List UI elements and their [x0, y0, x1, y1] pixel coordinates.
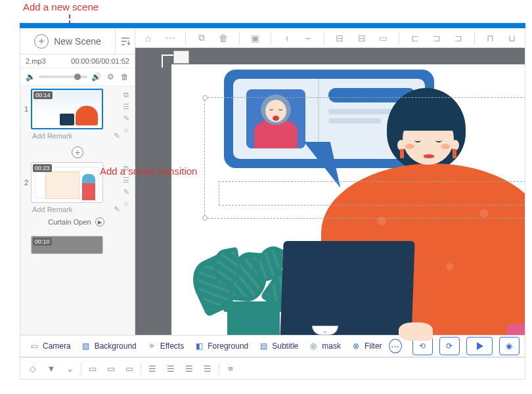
scene-duration: 00:14	[33, 91, 53, 99]
ruler-origin-marker	[173, 51, 189, 64]
bottom-toolbar-main: ▭Camera ▨Background ✧Effects ◧Foreground…	[20, 335, 525, 357]
canvas-area: ⌂ ⋯ ⧉ 🗑 ▣ ⫞ ⫟ ⊟ ⊟ ▭ ⊏ ⊐ ⊐ ⊓ ⊔	[135, 28, 525, 354]
new-scene-button[interactable]: + New Scene	[20, 28, 115, 54]
new-scene-row: + New Scene	[20, 28, 135, 55]
add-transition-button[interactable]: +	[72, 146, 83, 158]
scene-action-icons: ⧉ ☰ ✎ ☆	[122, 89, 133, 135]
scene-list: 1 00:14 Add Remark ✎ ⧉ ☰ ✎ ☆	[20, 86, 135, 336]
record-button[interactable]: ◉	[499, 337, 520, 355]
play-button[interactable]	[466, 337, 493, 355]
scene-row: 1 00:14 Add Remark ✎ ⧉ ☰ ✎ ☆	[20, 86, 135, 145]
timeline-tool-icon[interactable]: ▭	[104, 361, 118, 376]
scene-remark[interactable]: Add Remark	[32, 206, 72, 213]
stage[interactable]	[171, 64, 525, 347]
audio-info-row: 2.mp3 00:00:06/00:01:52	[20, 55, 135, 68]
audio-filename: 2.mp3	[26, 57, 46, 65]
timeline-tool-icon[interactable]: ▭	[122, 361, 137, 376]
volume-slider[interactable]	[39, 76, 87, 78]
scene-comment-icon[interactable]: ✎	[122, 114, 131, 123]
align-left-icon[interactable]: ⊏	[409, 32, 421, 45]
edit-remark-icon[interactable]: ✎	[114, 205, 120, 214]
scene-copy-icon[interactable]: ⧉	[122, 90, 131, 99]
timeline-tool-icon[interactable]: ☰	[164, 361, 178, 376]
volume-down-icon[interactable]: 🔉	[24, 71, 36, 83]
canvas-top-toolbar: ⌂ ⋯ ⧉ 🗑 ▣ ⫞ ⫟ ⊟ ⊟ ▭ ⊏ ⊐ ⊐ ⊓ ⊔	[135, 28, 525, 48]
scene-thumbnail[interactable]: 00:10	[31, 236, 103, 254]
timeline-tool-icon[interactable]: ▭	[85, 361, 100, 376]
align-vertical-icon[interactable]: ⫟	[302, 32, 315, 45]
scene-comment-icon[interactable]: ✎	[122, 187, 131, 196]
funnel-icon[interactable]: ▼	[44, 361, 58, 376]
scenes-sidebar: + New Scene 2.mp3 00:00:06/00:01:52 🔉 🔊 …	[20, 28, 135, 354]
new-scene-label: New Scene	[54, 36, 101, 47]
bottom-toolbar-secondary: ◇ ▼ ⌄ ▭ ▭ ▭ ☰ ☰ ☰ ☰ ≡	[20, 357, 525, 380]
effects-button[interactable]: ✧Effects	[143, 340, 187, 352]
scene-star-icon[interactable]: ☆	[122, 199, 131, 208]
dropdown-icon[interactable]: ⌄	[62, 361, 77, 376]
laptop-screen	[280, 241, 414, 339]
scene-remark[interactable]: Add Remark	[32, 132, 72, 140]
audio-time: 00:00:06/00:01:52	[71, 57, 129, 65]
main-area: + New Scene 2.mp3 00:00:06/00:01:52 🔉 🔊 …	[20, 28, 525, 355]
scene-duration: 00:23	[33, 164, 52, 172]
distribute-h-icon[interactable]: ⊟	[334, 32, 346, 45]
diamond-icon[interactable]: ◇	[26, 361, 40, 376]
selection-handle[interactable]	[202, 95, 208, 100]
plus-icon: +	[34, 34, 49, 49]
align-middle-icon[interactable]: ⊔	[506, 32, 518, 45]
scene-copy-icon[interactable]: ⧉	[122, 164, 131, 173]
scene-thumbnail[interactable]: 00:23	[31, 162, 103, 203]
audio-delete-icon[interactable]: 🗑	[119, 71, 131, 83]
scene-layers-icon[interactable]: ☰	[122, 175, 131, 185]
arrange-icon[interactable]: ▭	[377, 32, 389, 45]
scene-number	[22, 236, 31, 252]
subtitle-button[interactable]: ▤Subtitle	[255, 340, 301, 352]
timeline-tool-icon[interactable]: ≡	[223, 361, 238, 376]
scene-duration: 00:10	[33, 238, 52, 246]
copy-icon[interactable]: ⧉	[195, 32, 208, 45]
selection-handle[interactable]	[202, 215, 208, 221]
scene-number: 1	[22, 89, 31, 113]
align-top-icon[interactable]: ⊓	[484, 32, 497, 45]
scene-action-icons: ⧉ ☰ ✎ ☆	[122, 162, 133, 208]
filter-button[interactable]: ⊗Filter	[347, 340, 385, 352]
foreground-button[interactable]: ◧Foreground	[190, 340, 251, 352]
scene-row: 00:10	[20, 233, 135, 257]
timeline-tool-icon[interactable]: ☰	[200, 361, 215, 376]
audio-settings-icon[interactable]: ⚙	[104, 71, 116, 83]
camera-button[interactable]: ▭Camera	[26, 340, 74, 352]
annotation-new-scene: Add a new scene	[23, 1, 99, 12]
align-center-icon[interactable]: ⊐	[430, 32, 443, 45]
more-effects-icon[interactable]: ⋯	[389, 339, 402, 353]
home-icon[interactable]: ⌂	[142, 32, 154, 45]
transition-preview-icon[interactable]: ▶	[95, 217, 104, 227]
background-button[interactable]: ▨Background	[78, 340, 139, 352]
window-titlebar	[20, 23, 525, 28]
timeline-tool-icon[interactable]: ☰	[145, 361, 160, 376]
scene-thumbnail[interactable]: 00:14	[31, 89, 103, 129]
selection-outline-inner[interactable]	[219, 181, 525, 206]
scene-layers-icon[interactable]: ☰	[122, 102, 131, 111]
more-icon[interactable]: ⋯	[164, 32, 176, 45]
transition-name: Curtain Open	[48, 218, 91, 226]
scene-row: 2 00:23 Add Remark ✎ Curtain Open ▶	[20, 160, 135, 233]
edit-remark-icon[interactable]: ✎	[114, 131, 120, 141]
scene-star-icon[interactable]: ☆	[122, 125, 131, 135]
delete-icon[interactable]: 🗑	[217, 32, 229, 45]
add-transition-row: +	[20, 145, 135, 160]
distribute-v-icon[interactable]: ⊟	[355, 32, 368, 45]
mask-button[interactable]: ◎mask	[305, 340, 344, 352]
timeline-tool-icon[interactable]: ☰	[182, 361, 196, 376]
sort-button[interactable]	[115, 28, 135, 54]
group-icon[interactable]: ▣	[249, 32, 261, 45]
align-horizontal-icon[interactable]: ⫞	[280, 32, 293, 45]
step-forward-button[interactable]: ⟳	[439, 337, 460, 355]
scene-number: 2	[22, 162, 31, 186]
volume-up-icon[interactable]: 🔊	[90, 71, 102, 83]
audio-controls: 🔉 🔊 ⚙ 🗑	[20, 68, 135, 86]
align-right-icon[interactable]: ⊐	[453, 32, 465, 45]
